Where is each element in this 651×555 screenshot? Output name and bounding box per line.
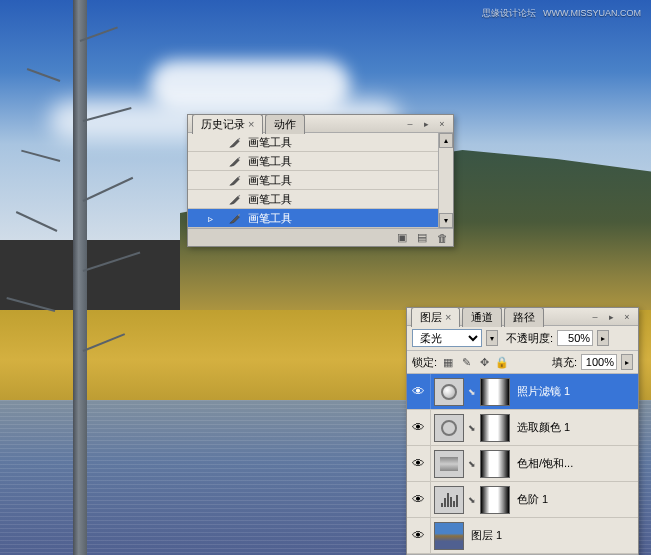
- history-panel-header[interactable]: 历史记录× 动作 – ▸ ×: [188, 115, 453, 133]
- tab-history[interactable]: 历史记录×: [192, 114, 263, 134]
- lock-transparency-icon[interactable]: ▦: [441, 355, 455, 369]
- layer-options-row: 柔光 ▾ 不透明度: ▸: [407, 326, 638, 351]
- current-state-icon: ▹: [208, 213, 222, 224]
- lock-label: 锁定:: [412, 355, 437, 370]
- lock-all-icon[interactable]: 🔒: [495, 355, 509, 369]
- visibility-toggle[interactable]: 👁: [407, 518, 431, 553]
- fill-label: 填充:: [552, 355, 577, 370]
- scroll-up-icon[interactable]: ▴: [439, 133, 453, 148]
- close-panel-icon[interactable]: ×: [620, 311, 634, 323]
- link-icon: ⬊: [467, 459, 477, 469]
- new-doc-icon[interactable]: ▤: [415, 231, 429, 245]
- layer-name[interactable]: 色相/饱和...: [517, 456, 573, 471]
- layer-name[interactable]: 选取颜色 1: [517, 420, 570, 435]
- fill-arrow-icon[interactable]: ▸: [621, 354, 633, 370]
- scroll-down-icon[interactable]: ▾: [439, 213, 453, 228]
- mask-thumb[interactable]: [480, 450, 510, 478]
- layer-name[interactable]: 色阶 1: [517, 492, 548, 507]
- layer-row[interactable]: 👁⬊照片滤镜 1: [407, 374, 638, 410]
- history-item[interactable]: 画笔工具: [188, 171, 453, 190]
- minimize-icon[interactable]: –: [588, 311, 602, 323]
- link-icon: ⬊: [467, 495, 477, 505]
- watermark: 思缘设计论坛 WWW.MISSYUAN.COM: [478, 6, 641, 20]
- tab-channels[interactable]: 通道: [462, 307, 502, 327]
- history-item[interactable]: 画笔工具: [188, 133, 453, 152]
- close-panel-icon[interactable]: ×: [435, 118, 449, 130]
- brush-icon: [228, 211, 242, 225]
- opacity-label: 不透明度:: [506, 331, 553, 346]
- brush-icon: [228, 192, 242, 206]
- layer-row[interactable]: 👁⬊色阶 1: [407, 482, 638, 518]
- bg-tree: [55, 0, 105, 555]
- layers-panel: 图层× 通道 路径 – ▸ × 柔光 ▾ 不透明度: ▸ 锁定: ▦ ✎ ✥ 🔒…: [406, 307, 639, 555]
- history-item[interactable]: ▹画笔工具: [188, 209, 453, 228]
- history-item-label: 画笔工具: [248, 173, 292, 188]
- history-panel: 历史记录× 动作 – ▸ × 画笔工具画笔工具画笔工具画笔工具▹画笔工具 ▴ ▾…: [187, 114, 454, 247]
- watermark-url: WWW.MISSYUAN.COM: [543, 8, 641, 18]
- lock-position-icon[interactable]: ✥: [477, 355, 491, 369]
- minimize-icon[interactable]: –: [403, 118, 417, 130]
- layer-row[interactable]: 👁图层 1: [407, 518, 638, 554]
- layer-thumb[interactable]: [434, 522, 464, 550]
- layers-list: 👁⬊照片滤镜 1👁⬊选取颜色 1👁⬊色相/饱和...👁⬊色阶 1👁图层 1: [407, 374, 638, 554]
- history-item-label: 画笔工具: [248, 192, 292, 207]
- mask-thumb[interactable]: [480, 486, 510, 514]
- brush-icon: [228, 135, 242, 149]
- dropdown-icon[interactable]: ▾: [486, 330, 498, 346]
- fill-input[interactable]: [581, 354, 617, 370]
- history-item-label: 画笔工具: [248, 135, 292, 150]
- menu-icon[interactable]: ▸: [419, 118, 433, 130]
- visibility-toggle[interactable]: 👁: [407, 446, 431, 481]
- tab-layers[interactable]: 图层×: [411, 307, 460, 327]
- layer-row[interactable]: 👁⬊选取颜色 1: [407, 410, 638, 446]
- scrollbar[interactable]: ▴ ▾: [438, 133, 453, 228]
- trash-icon[interactable]: 🗑: [435, 231, 449, 245]
- blend-mode-select[interactable]: 柔光: [412, 329, 482, 347]
- brush-icon: [228, 154, 242, 168]
- history-item-label: 画笔工具: [248, 211, 292, 226]
- visibility-toggle[interactable]: 👁: [407, 374, 431, 409]
- history-item[interactable]: 画笔工具: [188, 152, 453, 171]
- history-item-label: 画笔工具: [248, 154, 292, 169]
- watermark-text: 思缘设计论坛: [482, 8, 536, 18]
- lock-paint-icon[interactable]: ✎: [459, 355, 473, 369]
- layer-row[interactable]: 👁⬊色相/饱和...: [407, 446, 638, 482]
- new-snapshot-icon[interactable]: ▣: [395, 231, 409, 245]
- adjustment-thumb[interactable]: [434, 450, 464, 478]
- lock-row: 锁定: ▦ ✎ ✥ 🔒 填充: ▸: [407, 351, 638, 374]
- link-icon: ⬊: [467, 423, 477, 433]
- visibility-toggle[interactable]: 👁: [407, 410, 431, 445]
- mask-thumb[interactable]: [480, 414, 510, 442]
- close-icon[interactable]: ×: [248, 118, 254, 130]
- opacity-input[interactable]: [557, 330, 593, 346]
- tab-actions[interactable]: 动作: [265, 114, 305, 134]
- history-item[interactable]: 画笔工具: [188, 190, 453, 209]
- adjustment-thumb[interactable]: [434, 486, 464, 514]
- adjustment-thumb[interactable]: [434, 378, 464, 406]
- history-list: 画笔工具画笔工具画笔工具画笔工具▹画笔工具: [188, 133, 453, 228]
- mask-thumb[interactable]: [480, 378, 510, 406]
- close-icon[interactable]: ×: [445, 311, 451, 323]
- layer-name[interactable]: 图层 1: [471, 528, 502, 543]
- history-footer: ▣ ▤ 🗑: [188, 228, 453, 246]
- tab-paths[interactable]: 路径: [504, 307, 544, 327]
- layer-name[interactable]: 照片滤镜 1: [517, 384, 570, 399]
- layers-panel-header[interactable]: 图层× 通道 路径 – ▸ ×: [407, 308, 638, 326]
- adjustment-thumb[interactable]: [434, 414, 464, 442]
- brush-icon: [228, 173, 242, 187]
- link-icon: ⬊: [467, 387, 477, 397]
- menu-icon[interactable]: ▸: [604, 311, 618, 323]
- visibility-toggle[interactable]: 👁: [407, 482, 431, 517]
- opacity-arrow-icon[interactable]: ▸: [597, 330, 609, 346]
